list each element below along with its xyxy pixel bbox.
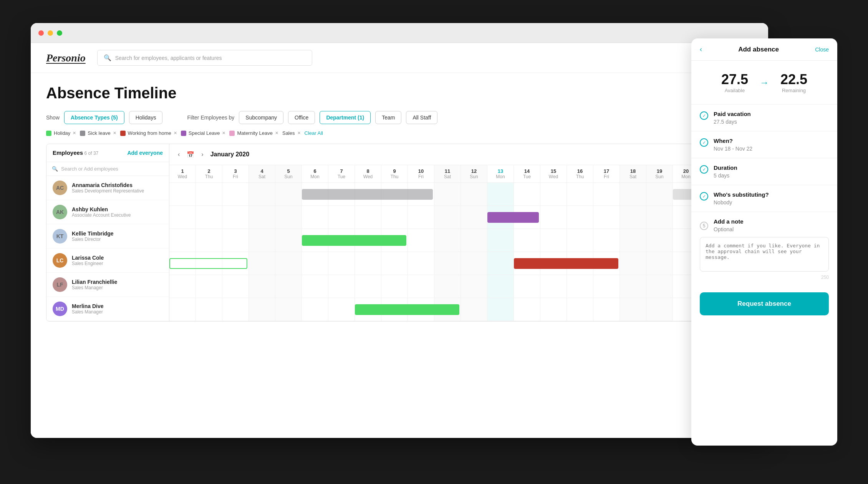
calendar-cell[interactable]	[620, 183, 646, 206]
calendar-cell[interactable]	[408, 275, 434, 298]
list-item[interactable]: AC Annamaria Christofides Sales Developm…	[46, 176, 169, 200]
calendar-cell[interactable]	[169, 298, 196, 321]
calendar-cell[interactable]	[487, 275, 514, 298]
calendar-cell[interactable]	[434, 252, 461, 275]
calendar-cell[interactable]	[461, 252, 487, 275]
absence-types-filter-btn[interactable]: Absence Types (5)	[64, 111, 124, 124]
calendar-cell[interactable]	[487, 183, 514, 206]
sick-leave-tag-remove[interactable]: ✕	[113, 131, 116, 136]
calendar-cell[interactable]	[434, 275, 461, 298]
absence-bar[interactable]	[355, 304, 459, 315]
calendar-cell[interactable]	[169, 275, 196, 298]
department-filter-btn[interactable]: Department (1)	[320, 111, 371, 124]
calendar-cell[interactable]	[646, 298, 673, 321]
calendar-cell[interactable]	[275, 252, 302, 275]
maximize-traffic-light[interactable]	[57, 30, 62, 36]
note-textarea[interactable]	[700, 237, 829, 272]
calendar-cell[interactable]	[328, 206, 355, 229]
calendar-cell[interactable]	[461, 229, 487, 252]
calendar-cell[interactable]	[408, 206, 434, 229]
calendar-cell[interactable]	[222, 275, 249, 298]
calendar-cell[interactable]	[620, 298, 646, 321]
subcompany-filter-btn[interactable]: Subcompany	[239, 111, 283, 124]
calendar-icon[interactable]: 📅	[187, 151, 194, 158]
list-item[interactable]: MD Merlina Dive Sales Manager	[46, 297, 169, 321]
calendar-cell[interactable]	[381, 275, 408, 298]
calendar-cell[interactable]	[196, 298, 222, 321]
calendar-cell[interactable]	[434, 183, 461, 206]
calendar-cell[interactable]	[646, 183, 673, 206]
list-item[interactable]: LC Larissa Cole Sales Engineer	[46, 249, 169, 273]
calendar-cell[interactable]	[355, 252, 381, 275]
calendar-cell[interactable]	[620, 275, 646, 298]
when-section[interactable]: ✓ When? Nov 18 - Nov 22	[691, 131, 837, 158]
calendar-cell[interactable]	[567, 298, 593, 321]
calendar-cell[interactable]	[620, 252, 646, 275]
calendar-cell[interactable]	[249, 252, 275, 275]
calendar-cell[interactable]	[249, 229, 275, 252]
calendar-cell[interactable]	[461, 206, 487, 229]
calendar-cell[interactable]	[461, 275, 487, 298]
calendar-cell[interactable]	[302, 275, 328, 298]
close-button[interactable]: Close	[815, 46, 829, 53]
absence-bar[interactable]	[302, 235, 406, 246]
calendar-cell[interactable]	[328, 275, 355, 298]
close-traffic-light[interactable]	[38, 30, 44, 36]
calendar-cell[interactable]	[620, 206, 646, 229]
maternity-leave-tag-remove[interactable]: ✕	[275, 131, 278, 136]
calendar-cell[interactable]	[567, 275, 593, 298]
calendar-cell[interactable]	[540, 206, 567, 229]
calendar-cell[interactable]	[620, 229, 646, 252]
calendar-cell[interactable]	[408, 229, 434, 252]
calendar-cell[interactable]	[249, 298, 275, 321]
calendar-cell[interactable]	[328, 298, 355, 321]
team-filter-btn[interactable]: Team	[375, 111, 401, 124]
calendar-cell[interactable]	[514, 275, 540, 298]
calendar-cell[interactable]	[381, 206, 408, 229]
calendar-cell[interactable]	[196, 275, 222, 298]
calendar-cell[interactable]	[169, 183, 196, 206]
calendar-cell[interactable]	[196, 229, 222, 252]
list-item[interactable]: LF Lilian Franchiellie Sales Manager	[46, 273, 169, 297]
absence-bar[interactable]	[302, 189, 433, 200]
calendar-cell[interactable]	[540, 275, 567, 298]
calendar-cell[interactable]	[249, 275, 275, 298]
clear-all-btn[interactable]: Clear All	[305, 130, 323, 136]
calendar-cell[interactable]	[593, 229, 620, 252]
absence-bar[interactable]	[487, 212, 539, 223]
calendar-cell[interactable]	[222, 298, 249, 321]
wfh-tag-remove[interactable]: ✕	[174, 131, 177, 136]
list-item[interactable]: AK Ashby Kuhlen Associate Account Execut…	[46, 200, 169, 224]
calendar-cell[interactable]	[514, 298, 540, 321]
calendar-cell[interactable]	[408, 252, 434, 275]
calendar-cell[interactable]	[328, 252, 355, 275]
calendar-cell[interactable]	[434, 206, 461, 229]
calendar-cell[interactable]	[540, 183, 567, 206]
calendar-cell[interactable]	[593, 206, 620, 229]
calendar-cell[interactable]	[514, 183, 540, 206]
duration-section[interactable]: ✓ Duration 5 days	[691, 158, 837, 185]
calendar-cell[interactable]	[646, 206, 673, 229]
calendar-cell[interactable]	[593, 183, 620, 206]
employee-search[interactable]: 🔍 Search or Add employees	[46, 162, 169, 176]
search-bar[interactable]: 🔍 Search for employees, applicants or fe…	[97, 50, 312, 66]
calendar-cell[interactable]	[275, 183, 302, 206]
calendar-cell[interactable]	[302, 298, 328, 321]
calendar-cell[interactable]	[540, 298, 567, 321]
holiday-tag-remove[interactable]: ✕	[73, 131, 76, 136]
calendar-cell[interactable]	[646, 252, 673, 275]
absence-bar[interactable]	[514, 258, 618, 269]
calendar-cell[interactable]	[461, 298, 487, 321]
calendar-cell[interactable]	[593, 275, 620, 298]
calendar-cell[interactable]	[275, 229, 302, 252]
calendar-cell[interactable]	[381, 252, 408, 275]
calendar-cell[interactable]	[249, 183, 275, 206]
calendar-cell[interactable]	[169, 229, 196, 252]
calendar-cell[interactable]	[275, 206, 302, 229]
calendar-cell[interactable]	[222, 229, 249, 252]
calendar-cell[interactable]	[487, 252, 514, 275]
calendar-cell[interactable]	[275, 298, 302, 321]
list-item[interactable]: KT Kellie Timbridge Sales Director	[46, 224, 169, 249]
request-absence-button[interactable]: Request absence	[700, 292, 829, 315]
add-everyone-btn[interactable]: Add everyone	[127, 150, 163, 156]
